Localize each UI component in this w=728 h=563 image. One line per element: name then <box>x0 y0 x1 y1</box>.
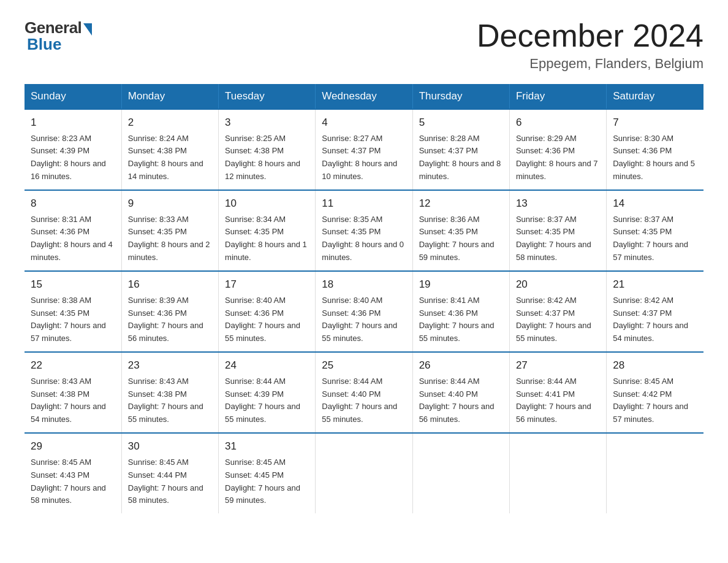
calendar-week-row: 1 Sunrise: 8:23 AMSunset: 4:39 PMDayligh… <box>25 109 703 190</box>
day-info: Sunrise: 8:39 AMSunset: 4:36 PMDaylight:… <box>128 296 203 343</box>
day-info: Sunrise: 8:37 AMSunset: 4:35 PMDaylight:… <box>613 215 688 262</box>
day-number: 26 <box>419 358 503 373</box>
logo-arrow-icon <box>83 23 92 36</box>
calendar-week-row: 15 Sunrise: 8:38 AMSunset: 4:35 PMDaylig… <box>25 271 703 352</box>
calendar-cell: 21 Sunrise: 8:42 AMSunset: 4:37 PMDaylig… <box>607 271 703 352</box>
day-info: Sunrise: 8:43 AMSunset: 4:38 PMDaylight:… <box>128 377 203 424</box>
day-number: 24 <box>225 358 309 373</box>
calendar-cell: 20 Sunrise: 8:42 AMSunset: 4:37 PMDaylig… <box>509 271 606 352</box>
day-info: Sunrise: 8:23 AMSunset: 4:39 PMDaylight:… <box>31 134 106 182</box>
calendar-cell <box>509 433 606 513</box>
day-number: 12 <box>419 196 503 212</box>
calendar-title: December 2024 <box>477 18 703 53</box>
day-info: Sunrise: 8:45 AMSunset: 4:44 PMDaylight:… <box>128 458 203 505</box>
calendar-cell: 6 Sunrise: 8:29 AMSunset: 4:36 PMDayligh… <box>509 109 606 190</box>
page-header: General Blue December 2024 Eppegem, Flan… <box>25 18 703 72</box>
day-number: 10 <box>225 196 309 212</box>
calendar-cell: 23 Sunrise: 8:43 AMSunset: 4:38 PMDaylig… <box>121 352 218 433</box>
day-info: Sunrise: 8:43 AMSunset: 4:38 PMDaylight:… <box>31 377 106 424</box>
calendar-cell: 16 Sunrise: 8:39 AMSunset: 4:36 PMDaylig… <box>121 271 218 352</box>
logo-blue-text: Blue <box>27 35 61 54</box>
day-number: 21 <box>613 277 697 293</box>
calendar-cell: 14 Sunrise: 8:37 AMSunset: 4:35 PMDaylig… <box>607 190 703 271</box>
calendar-cell: 7 Sunrise: 8:30 AMSunset: 4:36 PMDayligh… <box>607 109 703 190</box>
calendar-cell: 2 Sunrise: 8:24 AMSunset: 4:38 PMDayligh… <box>121 109 218 190</box>
calendar-cell <box>412 433 509 513</box>
calendar-header-row: SundayMondayTuesdayWednesdayThursdayFrid… <box>25 84 703 109</box>
calendar-cell: 24 Sunrise: 8:44 AMSunset: 4:39 PMDaylig… <box>219 352 316 433</box>
day-number: 31 <box>225 439 309 454</box>
day-number: 23 <box>128 358 212 373</box>
calendar-cell: 12 Sunrise: 8:36 AMSunset: 4:35 PMDaylig… <box>412 190 509 271</box>
day-of-week-header: Saturday <box>607 84 703 109</box>
day-info: Sunrise: 8:36 AMSunset: 4:35 PMDaylight:… <box>419 215 495 262</box>
calendar-cell: 1 Sunrise: 8:23 AMSunset: 4:39 PMDayligh… <box>25 109 121 190</box>
day-number: 3 <box>225 115 309 131</box>
calendar-week-row: 22 Sunrise: 8:43 AMSunset: 4:38 PMDaylig… <box>25 352 703 433</box>
day-number: 7 <box>613 115 697 131</box>
day-number: 29 <box>31 439 115 454</box>
calendar-cell: 9 Sunrise: 8:33 AMSunset: 4:35 PMDayligh… <box>121 190 218 271</box>
day-number: 20 <box>516 277 600 293</box>
day-info: Sunrise: 8:41 AMSunset: 4:36 PMDaylight:… <box>419 296 495 343</box>
day-info: Sunrise: 8:28 AMSunset: 4:37 PMDaylight:… <box>419 134 501 182</box>
day-info: Sunrise: 8:44 AMSunset: 4:40 PMDaylight:… <box>419 377 495 424</box>
calendar-cell: 30 Sunrise: 8:45 AMSunset: 4:44 PMDaylig… <box>121 433 218 513</box>
day-of-week-header: Friday <box>509 84 606 109</box>
day-info: Sunrise: 8:31 AMSunset: 4:36 PMDaylight:… <box>31 215 113 262</box>
calendar-cell: 10 Sunrise: 8:34 AMSunset: 4:35 PMDaylig… <box>219 190 316 271</box>
calendar-subtitle: Eppegem, Flanders, Belgium <box>477 56 703 72</box>
day-info: Sunrise: 8:37 AMSunset: 4:35 PMDaylight:… <box>516 215 591 262</box>
day-number: 30 <box>128 439 212 454</box>
calendar-cell: 3 Sunrise: 8:25 AMSunset: 4:38 PMDayligh… <box>219 109 316 190</box>
calendar-cell: 28 Sunrise: 8:45 AMSunset: 4:42 PMDaylig… <box>607 352 703 433</box>
calendar-cell: 26 Sunrise: 8:44 AMSunset: 4:40 PMDaylig… <box>412 352 509 433</box>
day-info: Sunrise: 8:40 AMSunset: 4:36 PMDaylight:… <box>322 296 397 343</box>
day-number: 5 <box>419 115 503 131</box>
day-info: Sunrise: 8:44 AMSunset: 4:41 PMDaylight:… <box>516 377 591 424</box>
day-info: Sunrise: 8:38 AMSunset: 4:35 PMDaylight:… <box>31 296 106 343</box>
day-info: Sunrise: 8:45 AMSunset: 4:45 PMDaylight:… <box>225 458 300 505</box>
day-of-week-header: Thursday <box>412 84 509 109</box>
day-info: Sunrise: 8:44 AMSunset: 4:40 PMDaylight:… <box>322 377 397 424</box>
day-number: 11 <box>322 196 406 212</box>
day-number: 4 <box>322 115 406 131</box>
day-info: Sunrise: 8:42 AMSunset: 4:37 PMDaylight:… <box>516 296 591 343</box>
day-info: Sunrise: 8:33 AMSunset: 4:35 PMDaylight:… <box>128 215 210 262</box>
day-number: 14 <box>613 196 697 212</box>
day-number: 28 <box>613 358 697 373</box>
day-number: 6 <box>516 115 600 131</box>
calendar-cell: 25 Sunrise: 8:44 AMSunset: 4:40 PMDaylig… <box>316 352 412 433</box>
day-number: 22 <box>31 358 115 373</box>
calendar-cell: 8 Sunrise: 8:31 AMSunset: 4:36 PMDayligh… <box>25 190 121 271</box>
day-number: 17 <box>225 277 309 293</box>
calendar-cell: 15 Sunrise: 8:38 AMSunset: 4:35 PMDaylig… <box>25 271 121 352</box>
day-info: Sunrise: 8:42 AMSunset: 4:37 PMDaylight:… <box>613 296 688 343</box>
day-number: 1 <box>31 115 115 131</box>
day-number: 27 <box>516 358 600 373</box>
day-number: 9 <box>128 196 212 212</box>
calendar-cell: 13 Sunrise: 8:37 AMSunset: 4:35 PMDaylig… <box>509 190 606 271</box>
calendar-cell: 27 Sunrise: 8:44 AMSunset: 4:41 PMDaylig… <box>509 352 606 433</box>
day-info: Sunrise: 8:34 AMSunset: 4:35 PMDaylight:… <box>225 215 307 262</box>
calendar-cell <box>316 433 412 513</box>
day-info: Sunrise: 8:35 AMSunset: 4:35 PMDaylight:… <box>322 215 404 262</box>
day-of-week-header: Tuesday <box>219 84 316 109</box>
day-number: 16 <box>128 277 212 293</box>
calendar-cell: 18 Sunrise: 8:40 AMSunset: 4:36 PMDaylig… <box>316 271 412 352</box>
day-number: 25 <box>322 358 406 373</box>
day-number: 8 <box>31 196 115 212</box>
day-of-week-header: Wednesday <box>316 84 412 109</box>
calendar-week-row: 29 Sunrise: 8:45 AMSunset: 4:43 PMDaylig… <box>25 433 703 513</box>
calendar-cell: 4 Sunrise: 8:27 AMSunset: 4:37 PMDayligh… <box>316 109 412 190</box>
day-info: Sunrise: 8:45 AMSunset: 4:42 PMDaylight:… <box>613 377 688 424</box>
calendar-table: SundayMondayTuesdayWednesdayThursdayFrid… <box>25 84 703 513</box>
title-section: December 2024 Eppegem, Flanders, Belgium <box>477 18 703 72</box>
day-number: 15 <box>31 277 115 293</box>
calendar-cell: 5 Sunrise: 8:28 AMSunset: 4:37 PMDayligh… <box>412 109 509 190</box>
day-info: Sunrise: 8:25 AMSunset: 4:38 PMDaylight:… <box>225 134 300 182</box>
day-number: 2 <box>128 115 212 131</box>
day-info: Sunrise: 8:40 AMSunset: 4:36 PMDaylight:… <box>225 296 300 343</box>
day-info: Sunrise: 8:24 AMSunset: 4:38 PMDaylight:… <box>128 134 203 182</box>
calendar-cell: 17 Sunrise: 8:40 AMSunset: 4:36 PMDaylig… <box>219 271 316 352</box>
